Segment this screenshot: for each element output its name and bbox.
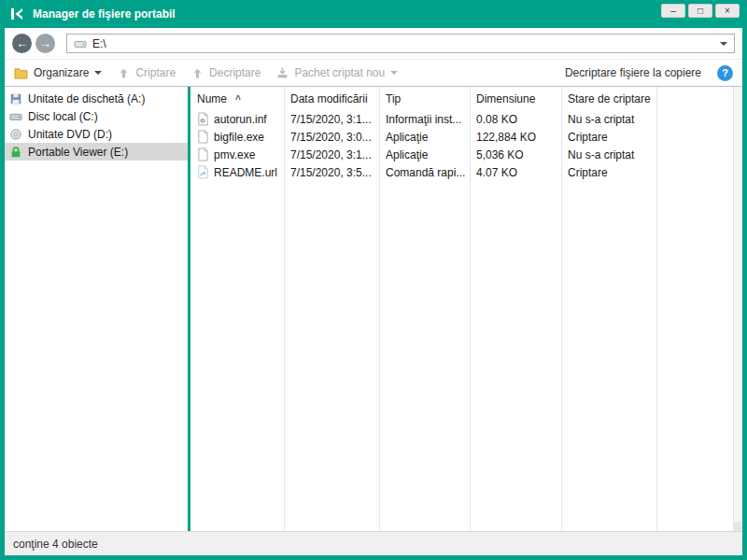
status-text: conţine 4 obiecte	[13, 538, 98, 551]
column-header-stare-de-criptare[interactable]: Stare de criptare	[561, 92, 656, 105]
file-list: Nume^ Data modificării Tip Dimensiune St…	[190, 87, 733, 531]
minimize-button[interactable]: –	[661, 4, 685, 18]
help-button[interactable]: ?	[717, 65, 733, 81]
file-type: Aplicaţie	[379, 148, 470, 161]
content-area: Unitate de dischetă (A:) Disc local (C:)	[5, 87, 742, 531]
chevron-down-icon	[390, 71, 398, 75]
titlebar: Manager de fişiere portabil – □ ×	[0, 0, 747, 28]
column-header-dimensiune[interactable]: Dimensiune	[470, 92, 561, 105]
dvd-drive-icon	[9, 128, 22, 141]
file-row[interactable]: README.url 7/15/2020, 3:5... Comandă rap…	[190, 163, 733, 181]
file-date: 7/15/2020, 3:1...	[284, 148, 379, 161]
sidebar-item-drive-d[interactable]: Unitate DVD (D:)	[5, 125, 188, 143]
decrypt-arrow-icon	[191, 67, 204, 79]
column-header-data-modificarii[interactable]: Data modificării	[284, 92, 379, 105]
sidebar-item-drive-c[interactable]: Disc local (C:)	[5, 107, 188, 125]
decrypt-on-copy-label: Decriptare fişiere la copiere	[565, 66, 701, 79]
file-encryption-status: Nu s-a criptat	[561, 113, 656, 126]
file-encryption-status: Nu s-a criptat	[561, 148, 656, 161]
encrypt-button[interactable]: Criptare	[118, 66, 176, 79]
toolbar: Organizare Criptare Decriptare	[5, 59, 742, 87]
address-bar[interactable]: E:\	[66, 34, 735, 53]
maximize-button[interactable]: □	[688, 4, 712, 18]
folder-icon	[14, 67, 28, 79]
organize-button[interactable]: Organizare	[14, 66, 102, 79]
application-file-icon	[197, 130, 209, 144]
sidebar-item-label: Portable Viewer (E:)	[28, 146, 128, 159]
navigation-bar: ← → E:\	[5, 28, 742, 59]
chevron-down-icon[interactable]	[720, 42, 727, 46]
file-list-header: Nume^ Data modificării Tip Dimensiune St…	[190, 87, 733, 110]
file-name: README.url	[214, 166, 277, 179]
app-window: Manager de fişiere portabil – □ × ← → E:…	[0, 0, 747, 560]
floppy-disk-icon	[9, 92, 22, 105]
column-header-tip[interactable]: Tip	[379, 92, 470, 105]
file-size: 5,036 KO	[470, 148, 561, 161]
file-row[interactable]: bigfile.exe 7/15/2020, 3:0... Aplicaţie …	[190, 128, 733, 146]
chevron-down-icon	[94, 71, 102, 75]
file-date: 7/15/2020, 3:1...	[284, 113, 379, 126]
window-title: Manager de fişiere portabil	[33, 7, 176, 21]
file-date: 7/15/2020, 3:5...	[284, 166, 379, 179]
file-name: pmv.exe	[214, 148, 255, 161]
setup-information-file-icon	[197, 112, 209, 126]
forward-button[interactable]: →	[35, 34, 55, 53]
scrollbar-corner	[734, 522, 742, 531]
file-row[interactable]: autorun.inf 7/15/2020, 3:1... Informaţii…	[190, 110, 733, 128]
file-row[interactable]: pmv.exe 7/15/2020, 3:1... Aplicaţie 5,03…	[190, 146, 733, 163]
decrypt-on-copy-button[interactable]: Decriptare fişiere la copiere	[565, 66, 701, 79]
file-name: bigfile.exe	[214, 131, 264, 144]
file-type: Aplicaţie	[379, 131, 470, 144]
file-type: Comandă rapi...	[379, 166, 470, 179]
sort-ascending-icon: ^	[235, 94, 241, 105]
sidebar-item-drive-e[interactable]: Portable Viewer (E:)	[5, 143, 188, 161]
file-encryption-status: Criptare	[561, 166, 656, 179]
decrypt-label: Decriptare	[209, 66, 261, 79]
kaspersky-logo-icon	[9, 7, 24, 21]
sidebar-item-label: Disc local (C:)	[28, 110, 98, 123]
file-type: Informaţii inst...	[379, 113, 470, 126]
file-size: 0.08 KO	[470, 113, 561, 126]
sidebar-item-drive-a[interactable]: Unitate de dischetă (A:)	[5, 90, 188, 107]
drive-tree: Unitate de dischetă (A:) Disc local (C:)	[5, 87, 188, 531]
file-size: 122,884 KO	[470, 131, 561, 144]
window-client-area: ← → E:\ Organ	[5, 28, 742, 555]
encrypt-label: Criptare	[135, 66, 176, 79]
package-download-icon	[276, 67, 289, 79]
decrypt-button[interactable]: Decriptare	[191, 66, 261, 79]
address-text: E:\	[92, 37, 714, 50]
window-controls: – □ ×	[661, 4, 740, 18]
new-encrypted-package-button[interactable]: Pachet criptat nou	[276, 66, 398, 79]
organize-label: Organizare	[34, 66, 89, 79]
back-button[interactable]: ←	[12, 34, 32, 53]
close-button[interactable]: ×	[715, 4, 740, 18]
hard-drive-icon	[9, 110, 22, 123]
new-encrypted-package-label: Pachet criptat nou	[294, 66, 385, 79]
column-header-nume[interactable]: Nume^	[190, 92, 284, 105]
file-date: 7/15/2020, 3:0...	[284, 131, 379, 144]
encrypt-arrow-icon	[118, 67, 130, 79]
shortcut-file-icon	[197, 165, 209, 179]
file-name: autorun.inf	[214, 113, 267, 126]
sidebar-item-label: Unitate DVD (D:)	[28, 128, 112, 141]
encrypted-drive-lock-icon	[9, 146, 22, 159]
application-file-icon	[197, 147, 209, 161]
status-bar: conţine 4 obiecte	[5, 531, 742, 555]
file-size: 4.07 KO	[470, 166, 561, 179]
sidebar-item-label: Unitate de dischetă (A:)	[28, 92, 145, 105]
file-encryption-status: Criptare	[561, 131, 656, 144]
vertical-scrollbar[interactable]	[733, 87, 742, 531]
drive-icon	[74, 38, 87, 49]
